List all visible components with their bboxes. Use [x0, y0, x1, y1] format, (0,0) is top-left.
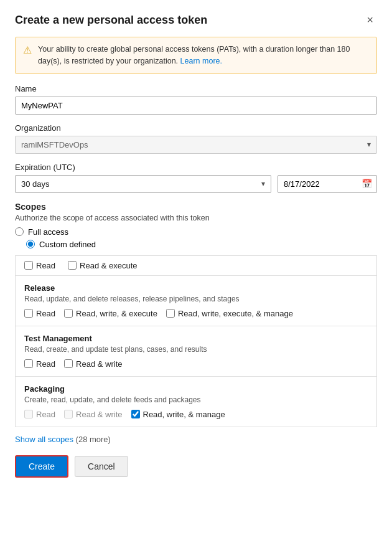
packaging-manage-checkbox[interactable]: [131, 410, 140, 418]
scopes-section: Scopes Authorize the scope of access ass…: [15, 202, 377, 427]
scopes-desc: Authorize the scope of access associated…: [15, 214, 377, 222]
packaging-manage-option[interactable]: Read, write, & manage: [131, 410, 225, 419]
packaging-title: Packaging: [24, 384, 368, 394]
test-management-scope-section: Test Management Read, create, and update…: [16, 326, 376, 377]
expiration-group: Expiration (UTC) 30 days 60 days 90 days…: [15, 163, 377, 193]
date-input-wrapper: 📅: [278, 175, 377, 193]
learn-more-link[interactable]: Learn more.: [180, 57, 222, 65]
expiration-label: Expiration (UTC): [15, 163, 377, 172]
release-title: Release: [24, 283, 368, 293]
partial-read-execute-label: Read & execute: [80, 261, 138, 270]
test-read-write-checkbox[interactable]: [64, 359, 73, 368]
expiration-select-wrapper: 30 days 60 days 90 days Custom ▾: [15, 175, 271, 193]
partial-read-checkbox[interactable]: [24, 261, 33, 270]
packaging-read-write-option[interactable]: Read & write: [64, 410, 122, 419]
test-read-option[interactable]: Read: [24, 359, 55, 369]
custom-defined-radio[interactable]: [26, 240, 35, 248]
scopes-title: Scopes: [15, 202, 377, 212]
warning-icon: ⚠: [23, 44, 32, 56]
release-scope-section: Release Read, update, and delete release…: [16, 276, 376, 326]
packaging-read-option[interactable]: Read: [24, 410, 55, 419]
packaging-read-write-checkbox: [64, 410, 73, 418]
scopes-radio-group: Full access Custom defined: [15, 227, 377, 249]
partial-read-label: Read: [36, 261, 55, 270]
test-read-write-option[interactable]: Read & write: [64, 359, 122, 369]
full-access-option[interactable]: Full access: [15, 227, 377, 237]
modal-footer: Create Cancel: [15, 455, 377, 478]
show-all-scopes-link[interactable]: Show all scopes: [15, 435, 73, 444]
release-full-label: Read, write, execute, & manage: [178, 309, 293, 318]
full-access-label: Full access: [28, 227, 68, 237]
warning-banner: ⚠ Your ability to create global personal…: [15, 37, 377, 74]
name-label: Name: [15, 84, 377, 93]
scopes-scroll-area: Read Read & execute Release Read, update…: [15, 255, 377, 427]
close-button[interactable]: ×: [363, 12, 377, 28]
packaging-read-label: Read: [36, 410, 55, 419]
release-read-write-execute-label: Read, write, & execute: [76, 309, 157, 318]
organization-select[interactable]: ramiMSFTDevOps: [15, 136, 377, 154]
name-group: Name: [15, 84, 377, 115]
packaging-options: Read Read & write Read, write, & manage: [24, 410, 368, 419]
release-read-label: Read: [36, 309, 55, 318]
show-all-scopes-count: (28 more): [76, 435, 111, 444]
custom-defined-option[interactable]: Custom defined: [26, 240, 377, 249]
test-management-desc: Read, create, and update test plans, cas…: [24, 345, 368, 354]
date-input[interactable]: [278, 175, 377, 193]
name-input[interactable]: [15, 97, 377, 115]
create-button[interactable]: Create: [15, 455, 68, 478]
partial-read-execute-option[interactable]: Read & execute: [68, 261, 138, 270]
release-full-option[interactable]: Read, write, execute, & manage: [166, 309, 293, 318]
test-read-write-label: Read & write: [76, 359, 122, 369]
partial-read-execute-checkbox[interactable]: [68, 261, 77, 270]
partial-read-option[interactable]: Read: [24, 261, 55, 270]
organization-select-wrapper: ramiMSFTDevOps ▾: [15, 136, 377, 154]
packaging-manage-label: Read, write, & manage: [143, 410, 225, 419]
show-all-scopes-row: Show all scopes (28 more): [15, 435, 377, 444]
release-options: Read Read, write, & execute Read, write,…: [24, 309, 368, 318]
packaging-read-checkbox: [24, 410, 33, 418]
custom-defined-label: Custom defined: [39, 240, 96, 249]
cancel-button[interactable]: Cancel: [75, 456, 128, 477]
test-management-title: Test Management: [24, 334, 368, 343]
release-desc: Read, update, and delete releases, relea…: [24, 295, 368, 303]
test-read-label: Read: [36, 359, 55, 369]
test-read-checkbox[interactable]: [24, 359, 33, 368]
modal-title: Create a new personal access token: [15, 14, 207, 27]
release-read-checkbox[interactable]: [24, 309, 33, 318]
packaging-desc: Create, read, update, and delete feeds a…: [24, 395, 368, 404]
release-read-write-execute-option[interactable]: Read, write, & execute: [64, 309, 157, 318]
packaging-scope-section: Packaging Create, read, update, and dele…: [16, 377, 376, 427]
expiration-select[interactable]: 30 days 60 days 90 days Custom: [15, 175, 271, 193]
partial-scope-row: Read Read & execute: [16, 256, 376, 276]
warning-text: Your ability to create global personal a…: [38, 44, 369, 67]
full-access-radio[interactable]: [15, 227, 24, 236]
modal-header: Create a new personal access token ×: [15, 12, 377, 28]
test-management-options: Read Read & write: [24, 359, 368, 369]
expiration-row: 30 days 60 days 90 days Custom ▾ 📅: [15, 175, 377, 193]
packaging-read-write-label: Read & write: [76, 410, 122, 419]
organization-label: Organization: [15, 123, 377, 133]
release-read-option[interactable]: Read: [24, 309, 55, 318]
release-full-checkbox[interactable]: [166, 309, 175, 318]
create-pat-modal: Create a new personal access token × ⚠ Y…: [0, 0, 392, 548]
organization-group: Organization ramiMSFTDevOps ▾: [15, 123, 377, 154]
release-read-write-execute-checkbox[interactable]: [64, 309, 73, 318]
